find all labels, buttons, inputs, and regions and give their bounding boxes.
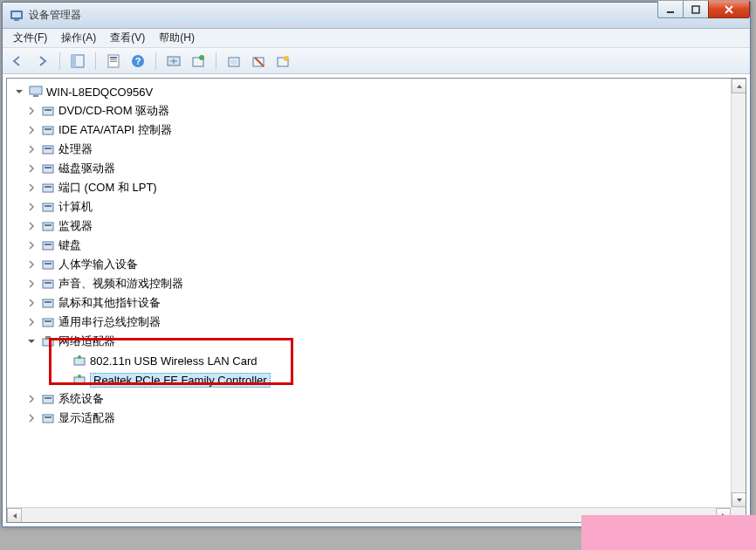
watermark-patch: [581, 515, 756, 550]
scroll-up-button[interactable]: [732, 79, 746, 93]
tree-device[interactable]: 802.11n USB Wireless LAN Card: [58, 351, 746, 370]
svg-rect-17: [230, 59, 237, 65]
svg-rect-53: [43, 395, 53, 403]
scroll-down-button[interactable]: [732, 492, 746, 507]
tree-category[interactable]: 磁盘驱动器: [26, 159, 746, 178]
tree-children: DVD/CD-ROM 驱动器IDE ATA/ATAPI 控制器处理器磁盘驱动器端…: [26, 101, 746, 428]
app-icon: [10, 9, 24, 23]
svg-rect-9: [110, 59, 117, 60]
show-hide-tree-button[interactable]: [68, 52, 87, 71]
expand-icon[interactable]: [26, 413, 37, 423]
svg-rect-10: [110, 61, 117, 62]
expand-icon[interactable]: [26, 298, 37, 308]
category-label: 端口 (COM 和 LPT): [58, 180, 157, 196]
svg-rect-36: [45, 224, 52, 226]
svg-rect-2: [14, 19, 19, 21]
device-tree[interactable]: WIN-L8EDQCO956V DVD/CD-ROM 驱动器IDE ATA/AT…: [7, 79, 746, 431]
device-category-icon: [41, 392, 55, 406]
device-tree-panel: WIN-L8EDQCO956V DVD/CD-ROM 驱动器IDE ATA/AT…: [6, 78, 746, 523]
disable-button[interactable]: [249, 52, 268, 71]
forward-button[interactable]: [32, 52, 52, 71]
svg-rect-33: [43, 203, 53, 211]
tree-category[interactable]: 计算机: [26, 197, 746, 217]
network-icon: [41, 334, 55, 348]
expand-icon[interactable]: [26, 106, 37, 116]
device-category-icon: [41, 142, 55, 156]
tree-category[interactable]: 处理器: [26, 140, 746, 159]
expand-icon[interactable]: [26, 202, 37, 212]
category-label: 网络适配器: [58, 333, 115, 349]
device-category-icon: [41, 296, 55, 310]
toolbar-separator: [95, 52, 96, 70]
tree-device-selected[interactable]: Realtek PCIe FE Family Controller: [58, 370, 746, 389]
tree-category[interactable]: 通用串行总线控制器: [26, 313, 746, 332]
collapse-icon[interactable]: [26, 336, 37, 347]
minimize-button[interactable]: [657, 1, 684, 18]
category-label: 键盘: [58, 237, 81, 253]
back-button[interactable]: [8, 52, 27, 71]
expand-icon[interactable]: [26, 394, 37, 404]
vertical-scrollbar[interactable]: [731, 79, 746, 507]
category-label: 计算机: [58, 199, 93, 215]
collapse-icon[interactable]: [14, 86, 24, 97]
tree-category[interactable]: 鼠标和其他指针设备: [26, 293, 746, 313]
device-category-icon: [41, 411, 55, 425]
svg-rect-26: [45, 128, 52, 130]
category-label: IDE ATA/ATAPI 控制器: [58, 122, 172, 138]
svg-rect-41: [43, 280, 53, 288]
expand-icon[interactable]: [26, 182, 37, 193]
svg-point-50: [78, 355, 81, 359]
tree-category[interactable]: 键盘: [26, 236, 746, 255]
tree-category[interactable]: 端口 (COM 和 LPT): [26, 178, 746, 197]
tree-category[interactable]: 人体学输入设备: [26, 255, 746, 274]
expand-icon[interactable]: [26, 144, 37, 155]
tree-category-network[interactable]: 网络适配器: [26, 332, 746, 351]
expand-icon[interactable]: [26, 221, 37, 231]
help-button[interactable]: ?: [128, 52, 148, 71]
scroll-left-button[interactable]: [7, 508, 22, 523]
menu-view[interactable]: 查看(V): [103, 29, 152, 47]
expand-icon[interactable]: [26, 259, 37, 270]
svg-point-52: [78, 375, 81, 378]
menu-file[interactable]: 文件(F): [6, 29, 54, 47]
svg-rect-27: [43, 146, 53, 154]
network-adapter-icon: [72, 373, 86, 387]
tree-category[interactable]: 系统设备: [26, 389, 746, 409]
device-category-icon: [41, 200, 55, 214]
tree-category[interactable]: 显示适配器: [26, 409, 746, 428]
uninstall-button[interactable]: [224, 52, 244, 71]
tree-category[interactable]: IDE ATA/ATAPI 控制器: [26, 120, 746, 140]
category-label: 系统设备: [58, 391, 104, 407]
expand-icon[interactable]: [26, 240, 37, 251]
tree-category[interactable]: 声音、视频和游戏控制器: [26, 274, 746, 293]
menu-help[interactable]: 帮助(H): [152, 29, 202, 47]
expand-icon[interactable]: [26, 317, 37, 327]
window-controls: [658, 1, 750, 18]
enable-button[interactable]: [273, 52, 292, 71]
tree-category[interactable]: 监视器: [26, 217, 746, 236]
svg-rect-29: [43, 165, 53, 173]
close-button[interactable]: [708, 1, 750, 18]
svg-rect-47: [43, 339, 53, 346]
svg-rect-42: [45, 282, 52, 284]
svg-rect-51: [74, 377, 85, 384]
scan-hardware-button[interactable]: [164, 52, 183, 71]
device-category-icon: [41, 219, 55, 233]
toolbar-separator: [59, 52, 60, 70]
expand-icon[interactable]: [26, 125, 37, 135]
maximize-button[interactable]: [683, 1, 709, 18]
tree-root[interactable]: WIN-L8EDQCO956V: [14, 82, 746, 101]
svg-rect-49: [74, 358, 85, 365]
expand-icon[interactable]: [26, 278, 37, 289]
device-category-icon: [41, 258, 55, 272]
svg-rect-56: [45, 416, 52, 418]
svg-rect-55: [43, 415, 53, 423]
tree-category[interactable]: DVD/CD-ROM 驱动器: [26, 101, 746, 120]
svg-rect-28: [45, 148, 52, 149]
category-label: 显示适配器: [58, 410, 115, 426]
update-driver-button[interactable]: [189, 52, 208, 71]
svg-rect-45: [43, 319, 53, 327]
expand-icon[interactable]: [26, 163, 37, 174]
properties-button[interactable]: [104, 52, 123, 71]
menu-action[interactable]: 操作(A): [54, 29, 103, 47]
